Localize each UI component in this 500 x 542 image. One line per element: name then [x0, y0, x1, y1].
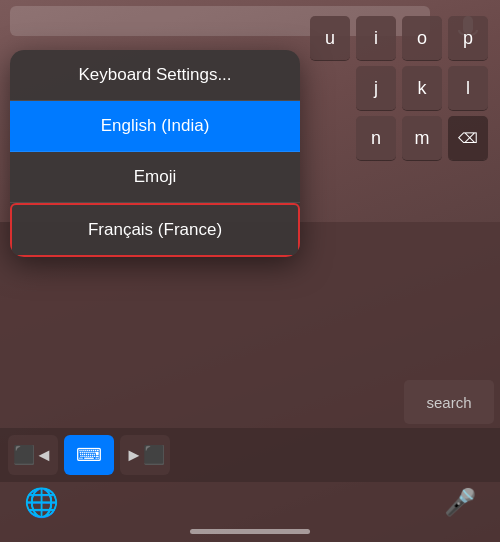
francais-france-item[interactable]: Français (France): [10, 203, 300, 257]
key-u[interactable]: u: [310, 16, 350, 60]
keyboard-toolbar: ⬛◄ ⌨ ►⬛: [0, 428, 500, 482]
toolbar-center-button[interactable]: ⌨: [64, 435, 114, 475]
toolbar-right-button[interactable]: ►⬛: [120, 435, 170, 475]
key-m[interactable]: m: [402, 116, 442, 160]
key-l[interactable]: l: [448, 66, 488, 110]
key-k[interactable]: k: [402, 66, 442, 110]
key-n[interactable]: n: [356, 116, 396, 160]
search-label: search: [426, 394, 471, 411]
bottom-icons-row: 🌐 🎤: [0, 484, 500, 520]
mic-bottom-button[interactable]: 🎤: [444, 487, 476, 518]
key-i[interactable]: i: [356, 16, 396, 60]
search-button[interactable]: search: [404, 380, 494, 424]
key-o[interactable]: o: [402, 16, 442, 60]
keyboard-switcher-dropdown: Keyboard Settings... English (India) Emo…: [10, 50, 300, 257]
toolbar-right-icon: ►⬛: [125, 444, 165, 466]
keyboard-icon: ⌨: [76, 444, 102, 466]
toolbar-left-button[interactable]: ⬛◄: [8, 435, 58, 475]
globe-button[interactable]: 🌐: [24, 486, 59, 519]
toolbar-left-icon: ⬛◄: [13, 444, 53, 466]
key-p[interactable]: p: [448, 16, 488, 60]
home-indicator: [190, 529, 310, 534]
keyboard-settings-item[interactable]: Keyboard Settings...: [10, 50, 300, 101]
key-backspace[interactable]: ⌫: [448, 116, 488, 160]
english-india-item[interactable]: English (India): [10, 101, 300, 152]
emoji-item[interactable]: Emoji: [10, 152, 300, 203]
key-j[interactable]: j: [356, 66, 396, 110]
